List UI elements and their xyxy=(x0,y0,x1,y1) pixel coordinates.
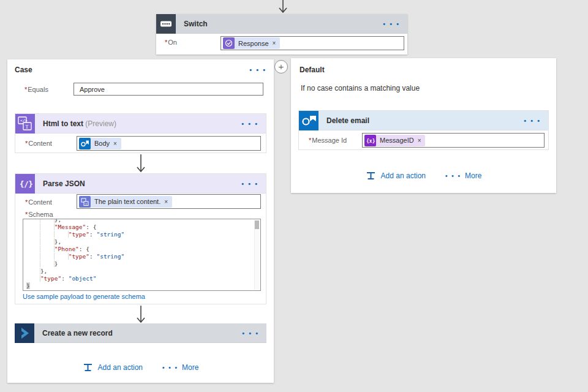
delete-email-title: Delete email xyxy=(326,116,369,125)
html-to-text-mini-icon: T xyxy=(79,196,91,208)
parse-content-row: *Content xyxy=(25,198,52,206)
on-field-label: *On xyxy=(165,39,177,46)
parse-json-menu-ellipsis-icon[interactable]: • • • xyxy=(241,180,258,187)
equals-field-label: *Equals xyxy=(24,86,48,93)
default-title: Default xyxy=(300,66,325,74)
preview-suffix: (Preview) xyxy=(83,119,116,128)
more-label: More xyxy=(182,363,198,372)
more-button[interactable]: • • • More xyxy=(162,363,198,372)
add-action-icon xyxy=(83,363,93,372)
message-id-token-label: MessageID xyxy=(380,137,414,144)
create-record-menu-ellipsis-icon[interactable]: • • • xyxy=(242,330,259,337)
switch-on-input[interactable]: Response × xyxy=(221,36,404,50)
html-to-text-header[interactable]: </> T Html to text (Preview) • • • xyxy=(15,114,266,134)
case-footer: Add an action • • • More xyxy=(7,363,274,372)
switch-title: Switch xyxy=(184,20,208,28)
remove-token-icon[interactable]: × xyxy=(164,198,168,205)
case-menu-ellipsis-icon[interactable]: • • • xyxy=(249,66,266,74)
parse-json-title: Parse JSON xyxy=(43,179,85,188)
remove-token-icon[interactable]: × xyxy=(273,40,276,47)
html-to-text-content-input[interactable]: Body × xyxy=(77,136,261,151)
content-field-label: *Content xyxy=(25,140,52,147)
parse-content-label: *Content xyxy=(25,198,52,206)
message-id-label: *Message Id xyxy=(309,137,347,144)
content-row: *Content xyxy=(25,140,52,147)
add-action-button[interactable]: Add an action xyxy=(366,171,426,181)
outlook-icon xyxy=(79,138,91,149)
more-button[interactable]: • • • More xyxy=(445,172,481,180)
svg-text:{/}: {/} xyxy=(20,180,33,189)
schema-code: }, "Message": { "type": "string" }, "Pho… xyxy=(23,219,260,290)
add-action-icon xyxy=(366,171,376,181)
switch-on-row: *On xyxy=(165,39,177,46)
parse-json-icon: {/} xyxy=(15,174,35,194)
connector-arrow-top xyxy=(275,0,291,13)
more-ellipsis-icon: • • • xyxy=(445,173,461,179)
equals-input-value: Approve xyxy=(76,86,105,93)
switch-menu-ellipsis-icon[interactable]: • • • xyxy=(383,20,400,28)
message-id-input[interactable]: {x} MessageID × xyxy=(362,133,545,148)
response-token-label: Response xyxy=(238,40,269,47)
schema-scrollbar[interactable] xyxy=(254,220,260,290)
connector-arrow-1 xyxy=(133,154,149,173)
case-title: Case xyxy=(15,66,32,74)
parse-json-content-input[interactable]: T The plain text content. × xyxy=(77,194,261,209)
add-case-button[interactable]: + xyxy=(274,60,288,74)
expression-icon: {x} xyxy=(364,135,376,146)
more-ellipsis-icon: • • • xyxy=(162,364,178,371)
delete-email-header[interactable]: Delete email • • • xyxy=(299,111,548,130)
html-to-text-action[interactable]: </> T Html to text (Preview) • • • *Cont… xyxy=(15,113,266,153)
add-action-label: Add an action xyxy=(98,363,143,372)
connector-arrow-2 xyxy=(133,306,149,323)
message-id-row: *Message Id xyxy=(309,137,347,144)
response-token-chip[interactable]: Response × xyxy=(223,37,280,49)
outlook-icon xyxy=(299,111,318,130)
flow-designer-canvas: Switch • • • *On Response × Case • • • xyxy=(0,0,588,392)
svg-text:{x}: {x} xyxy=(366,138,375,144)
add-action-button[interactable]: Add an action xyxy=(83,363,143,372)
body-token-chip[interactable]: Body × xyxy=(79,138,121,149)
case-card[interactable]: Case • • • *Equals Approve </> T Html to… xyxy=(7,59,274,383)
html-to-text-title: Html to text (Preview) xyxy=(43,119,116,128)
switch-card[interactable]: Switch • • • *On Response × xyxy=(156,14,407,55)
default-description: If no case contains a matching value xyxy=(301,84,420,92)
svg-text:T: T xyxy=(26,124,29,129)
delete-email-action[interactable]: Delete email • • • *Message Id {x} Messa… xyxy=(298,110,549,150)
parse-json-action[interactable]: {/} Parse JSON • • • *Content T xyxy=(15,173,266,304)
create-record-action[interactable]: Create a new record • • • xyxy=(15,323,266,343)
switch-icon xyxy=(156,14,176,34)
schema-field-label: *Schema xyxy=(25,211,53,218)
approvals-icon xyxy=(223,37,235,49)
message-id-token-chip[interactable]: {x} MessageID × xyxy=(364,135,425,146)
create-record-title: Create a new record xyxy=(42,329,113,337)
equals-input[interactable]: Approve xyxy=(74,83,263,96)
remove-token-icon[interactable]: × xyxy=(418,137,421,144)
more-label: More xyxy=(465,172,481,180)
equals-row: *Equals xyxy=(24,86,48,93)
dynamics-icon xyxy=(15,323,34,343)
schema-editor[interactable]: }, "Message": { "type": "string" }, "Pho… xyxy=(23,219,261,291)
html-to-text-menu-ellipsis-icon[interactable]: • • • xyxy=(241,120,258,127)
html-to-text-icon: </> T xyxy=(15,114,35,134)
default-footer: Add an action • • • More xyxy=(291,171,556,181)
default-card[interactable]: Default If no case contains a matching v… xyxy=(291,58,556,193)
create-record-header[interactable]: Create a new record • • • xyxy=(15,323,266,343)
parse-json-header[interactable]: {/} Parse JSON • • • xyxy=(15,174,266,194)
plain-text-token-label: The plain text content. xyxy=(94,198,160,205)
plain-text-token-chip[interactable]: T The plain text content. × xyxy=(79,196,172,208)
schema-label-row: *Schema xyxy=(25,211,53,218)
delete-email-menu-ellipsis-icon[interactable]: • • • xyxy=(524,117,541,124)
body-token-label: Body xyxy=(94,140,110,147)
schema-scrollbar-thumb[interactable] xyxy=(255,221,259,229)
svg-text:T: T xyxy=(85,202,87,205)
generate-schema-link[interactable]: Use sample payload to generate schema xyxy=(23,293,145,300)
add-action-label: Add an action xyxy=(381,172,426,180)
switch-header[interactable]: Switch • • • xyxy=(156,14,407,34)
remove-token-icon[interactable]: × xyxy=(113,140,117,147)
